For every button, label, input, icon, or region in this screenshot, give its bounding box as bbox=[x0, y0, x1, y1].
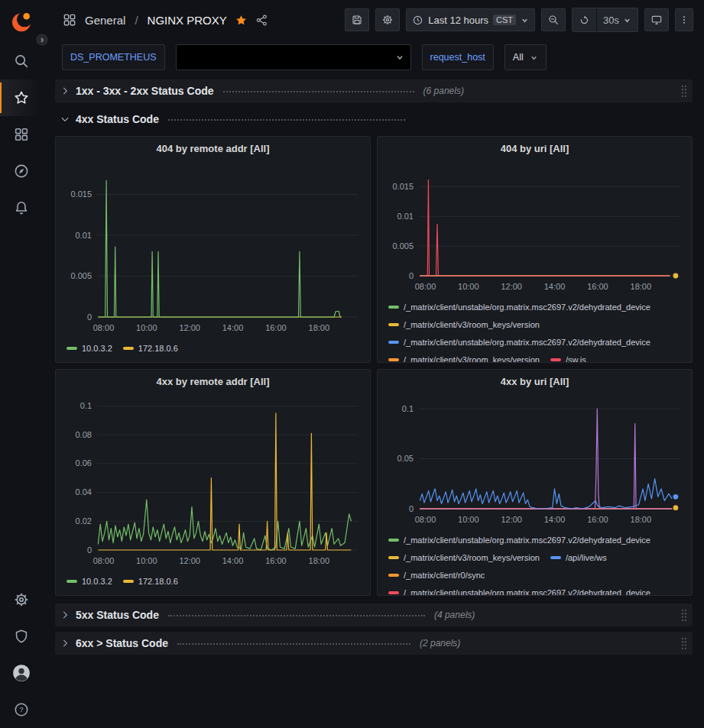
time-series-chart[interactable]: 00.0050.010.01508:0010:0012:0014:0016:00… bbox=[62, 160, 364, 337]
share-icon[interactable] bbox=[255, 14, 268, 27]
favorite-star-icon[interactable] bbox=[235, 14, 248, 27]
sidebar-item-starred[interactable] bbox=[0, 79, 42, 116]
legend-item[interactable]: /_matrix/client/v3/room_keys/version bbox=[388, 551, 540, 565]
legend-item[interactable]: /_matrix/client/unstable/org.matrix.msc2… bbox=[388, 533, 650, 547]
timezone-badge: CST bbox=[493, 15, 516, 25]
legend-item[interactable]: /api/live/ws bbox=[550, 551, 607, 565]
refresh-button[interactable] bbox=[573, 8, 596, 31]
chevron-down-icon bbox=[530, 53, 538, 62]
grafana-dashboard-page: { "colors":{"page_bg":"#111217","panel_b… bbox=[0, 0, 704, 728]
legend-item[interactable]: 10.0.3.2 bbox=[67, 341, 112, 355]
svg-text:0: 0 bbox=[409, 504, 414, 513]
svg-text:12:00: 12:00 bbox=[179, 323, 200, 332]
breadcrumb-section[interactable]: General bbox=[85, 14, 125, 27]
drag-dots-icon bbox=[680, 636, 688, 650]
sidebar-item-search[interactable] bbox=[0, 43, 42, 79]
variables-bar: DS_PROMETHEUS request_host All bbox=[42, 40, 704, 75]
refresh-interval-dropdown[interactable]: 30s bbox=[597, 8, 637, 31]
chevron-down-icon bbox=[395, 53, 404, 62]
svg-text:12:00: 12:00 bbox=[501, 515, 522, 524]
legend-item[interactable]: 172.18.0.6 bbox=[123, 574, 178, 588]
svg-text:0.04: 0.04 bbox=[76, 487, 92, 497]
adhoc-filter-key-label: request_host bbox=[430, 52, 485, 63]
chart-legend: /_matrix/client/unstable/org.matrix.msc2… bbox=[378, 529, 692, 596]
legend-item[interactable]: /_matrix/client/unstable/org.matrix.msc2… bbox=[388, 586, 650, 596]
panel-title[interactable]: 4xx by remote addr [All] bbox=[56, 370, 370, 393]
svg-text:08:00: 08:00 bbox=[415, 282, 436, 291]
row-leader-dots bbox=[168, 615, 425, 616]
row-header-1xx-3xx-2xx[interactable]: 1xx - 3xx - 2xx Status Code (6 panels) bbox=[55, 79, 693, 102]
panel-title[interactable]: 404 by uri [All] bbox=[378, 137, 692, 160]
legend-item[interactable]: /sw.js bbox=[550, 353, 586, 363]
compass-icon bbox=[13, 163, 30, 180]
legend-item[interactable]: /_matrix/client/v3/room_keys/version bbox=[388, 318, 540, 332]
more-options-button[interactable] bbox=[675, 8, 693, 31]
time-series-chart[interactable]: 00.050.108:0010:0012:0014:0016:0018:00 bbox=[384, 393, 686, 529]
refresh-picker: 30s bbox=[572, 8, 638, 32]
datasource-variable-label[interactable]: DS_PROMETHEUS bbox=[62, 44, 165, 70]
time-series-chart[interactable]: 00.0050.010.01508:0010:0012:0014:0016:00… bbox=[384, 160, 686, 296]
dashboard-title[interactable]: NGINX PROXY bbox=[148, 14, 227, 27]
bell-icon bbox=[13, 199, 30, 216]
star-icon bbox=[13, 89, 30, 106]
chevron-right-icon bbox=[60, 610, 70, 620]
dashboard-settings-button[interactable] bbox=[375, 8, 400, 31]
save-dashboard-button[interactable] bbox=[345, 8, 369, 31]
zoom-out-button[interactable] bbox=[541, 8, 566, 31]
sidebar-item-dashboards[interactable] bbox=[0, 116, 42, 153]
monitor-icon bbox=[650, 14, 663, 26]
sidebar-item-explore[interactable] bbox=[0, 153, 42, 189]
row-header-5xx[interactable]: 5xx Status Code (4 panels) bbox=[55, 603, 693, 626]
svg-text:10:00: 10:00 bbox=[136, 556, 157, 565]
sidebar: ? bbox=[0, 0, 42, 728]
sidebar-item-settings[interactable] bbox=[0, 581, 42, 618]
svg-text:0: 0 bbox=[409, 271, 414, 280]
tv-mode-button[interactable] bbox=[644, 8, 669, 31]
time-series-chart[interactable]: 00.020.040.060.080.108:0010:0012:0014:00… bbox=[62, 393, 364, 570]
legend-item[interactable]: /_matrix/client/unstable/org.matrix.msc2… bbox=[388, 300, 650, 314]
svg-text:0.015: 0.015 bbox=[70, 189, 92, 199]
apps-grid-icon[interactable] bbox=[62, 12, 77, 28]
svg-text:0: 0 bbox=[87, 312, 92, 322]
panel-4xx-by-uri: 4xx by uri [All] 00.050.108:0010:0012:00… bbox=[377, 369, 693, 596]
sidebar-item-alerting[interactable] bbox=[0, 189, 42, 226]
svg-text:16:00: 16:00 bbox=[587, 515, 608, 524]
panels-grid: 404 by remote addr [All] 00.0050.010.015… bbox=[55, 136, 693, 596]
datasource-variable-select[interactable] bbox=[176, 44, 411, 70]
zoom-out-icon bbox=[547, 14, 560, 26]
panel-title[interactable]: 404 by remote addr [All] bbox=[56, 137, 370, 160]
sidebar-item-server-admin[interactable] bbox=[0, 618, 42, 655]
datasource-variable-name: DS_PROMETHEUS bbox=[70, 52, 157, 63]
svg-text:12:00: 12:00 bbox=[501, 282, 522, 291]
sidebar-item-profile[interactable] bbox=[0, 655, 42, 691]
chevron-down-icon bbox=[60, 114, 70, 125]
legend-item[interactable]: 10.0.3.2 bbox=[67, 574, 112, 588]
legend-item[interactable]: 172.18.0.6 bbox=[123, 341, 178, 355]
adhoc-filter-key[interactable]: request_host bbox=[422, 44, 494, 70]
time-range-picker[interactable]: Last 12 hours CST bbox=[406, 8, 535, 31]
adhoc-filter-value-dropdown[interactable]: All bbox=[504, 44, 547, 70]
row-drag-handle[interactable] bbox=[680, 84, 688, 98]
top-navbar: General / NGINX PROXY Last 12 hours CST … bbox=[42, 0, 704, 40]
svg-text:14:00: 14:00 bbox=[544, 282, 566, 291]
row-header-4xx[interactable]: 4xx Status Code bbox=[55, 108, 693, 131]
row-header-6xx[interactable]: 6xx > Status Code (2 panels) bbox=[55, 632, 693, 655]
search-icon bbox=[13, 53, 30, 70]
chevron-down-icon bbox=[521, 16, 529, 24]
panel-title[interactable]: 4xx by uri [All] bbox=[378, 370, 692, 393]
svg-text:08:00: 08:00 bbox=[93, 323, 115, 332]
row-title: 4xx Status Code bbox=[76, 113, 159, 125]
row-panel-count: (2 panels) bbox=[420, 638, 460, 649]
legend-item[interactable]: /_matrix/client/v3/room_keys/version bbox=[388, 353, 540, 363]
chevron-right-icon bbox=[60, 86, 70, 96]
dashboard-content: 1xx - 3xx - 2xx Status Code (6 panels) 4… bbox=[42, 75, 704, 655]
sidebar-item-help[interactable]: ? bbox=[0, 691, 42, 728]
row-drag-handle[interactable] bbox=[680, 608, 688, 622]
legend-item[interactable]: /_matrix/client/unstable/org.matrix.msc2… bbox=[388, 335, 650, 349]
refresh-icon bbox=[579, 15, 590, 26]
svg-text:10:00: 10:00 bbox=[458, 282, 479, 291]
row-drag-handle[interactable] bbox=[680, 636, 688, 650]
sidebar-expand-button[interactable]: › bbox=[35, 33, 49, 47]
legend-item[interactable]: /_matrix/client/r0/sync bbox=[388, 568, 485, 582]
svg-text:0.01: 0.01 bbox=[397, 212, 414, 221]
